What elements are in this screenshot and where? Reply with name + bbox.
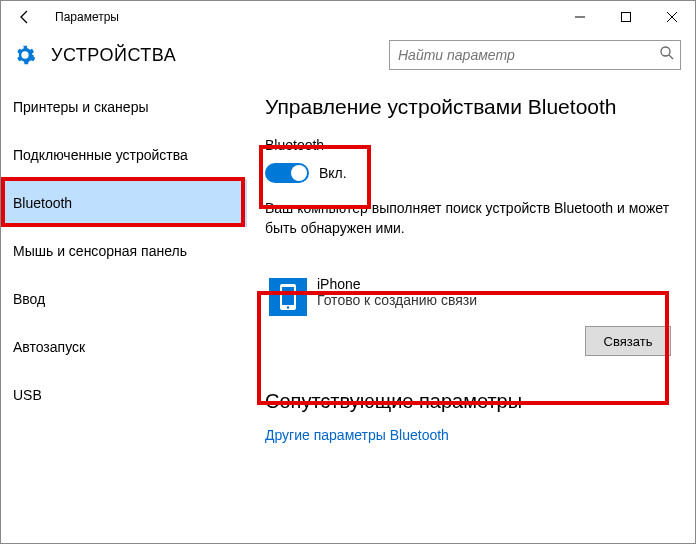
section-title: Управление устройствами Bluetooth: [265, 95, 675, 119]
pair-button[interactable]: Связать: [585, 326, 671, 356]
device-status: Готово к созданию связи: [317, 292, 477, 308]
pair-button-row: Связать: [265, 320, 675, 362]
sidebar: Принтеры и сканеры Подключенные устройст…: [1, 77, 247, 543]
window-title: Параметры: [55, 10, 119, 24]
device-row[interactable]: iPhone Готово к созданию связи: [265, 268, 675, 320]
svg-rect-7: [282, 287, 294, 305]
sidebar-item-label: USB: [13, 387, 42, 403]
description-text: Ваш компьютер выполняет поиск устройств …: [265, 199, 675, 238]
sidebar-item-label: Автозапуск: [13, 339, 85, 355]
sidebar-item-usb[interactable]: USB: [1, 371, 247, 419]
sidebar-item-label: Принтеры и сканеры: [13, 99, 148, 115]
search-input[interactable]: [389, 40, 681, 70]
sidebar-item-label: Bluetooth: [13, 195, 72, 211]
minimize-icon: [575, 12, 585, 22]
content-area: Принтеры и сканеры Подключенные устройст…: [1, 77, 695, 543]
bluetooth-toggle[interactable]: [265, 163, 309, 183]
sidebar-item-printers[interactable]: Принтеры и сканеры: [1, 83, 247, 131]
settings-window: Параметры УСТРОЙСТВА Принтеры: [0, 0, 696, 544]
arrow-left-icon: [17, 9, 33, 25]
svg-rect-1: [622, 13, 631, 22]
back-button[interactable]: [9, 1, 41, 33]
sidebar-item-mouse-touchpad[interactable]: Мышь и сенсорная панель: [1, 227, 247, 275]
sidebar-item-bluetooth[interactable]: Bluetooth: [1, 179, 247, 227]
svg-point-4: [661, 47, 670, 56]
minimize-button[interactable]: [557, 1, 603, 33]
close-button[interactable]: [649, 1, 695, 33]
device-info: iPhone Готово к созданию связи: [317, 276, 477, 308]
bluetooth-label: Bluetooth: [265, 137, 675, 153]
svg-point-8: [287, 306, 289, 308]
sidebar-item-label: Ввод: [13, 291, 45, 307]
device-name: iPhone: [317, 276, 477, 292]
toggle-state-label: Вкл.: [319, 165, 347, 181]
svg-line-5: [669, 55, 673, 59]
sidebar-item-autoplay[interactable]: Автозапуск: [1, 323, 247, 371]
sidebar-item-label: Мышь и сенсорная панель: [13, 243, 187, 259]
close-icon: [667, 12, 677, 22]
titlebar: Параметры: [1, 1, 695, 33]
maximize-button[interactable]: [603, 1, 649, 33]
related-title: Сопутствующие параметры: [265, 390, 675, 413]
phone-icon: [269, 278, 307, 316]
window-controls: [557, 1, 695, 33]
sidebar-item-connected-devices[interactable]: Подключенные устройства: [1, 131, 247, 179]
other-bluetooth-settings-link[interactable]: Другие параметры Bluetooth: [265, 427, 675, 443]
gear-icon: [13, 43, 37, 67]
toggle-knob: [291, 165, 307, 181]
page-title: УСТРОЙСТВА: [51, 45, 176, 66]
sidebar-item-typing[interactable]: Ввод: [1, 275, 247, 323]
main-panel: Управление устройствами Bluetooth Blueto…: [247, 77, 695, 543]
search-icon: [659, 45, 675, 65]
header-row: УСТРОЙСТВА: [1, 33, 695, 77]
maximize-icon: [621, 12, 631, 22]
search-box: [389, 40, 681, 70]
sidebar-item-label: Подключенные устройства: [13, 147, 188, 163]
bluetooth-toggle-row: Вкл.: [265, 163, 675, 183]
